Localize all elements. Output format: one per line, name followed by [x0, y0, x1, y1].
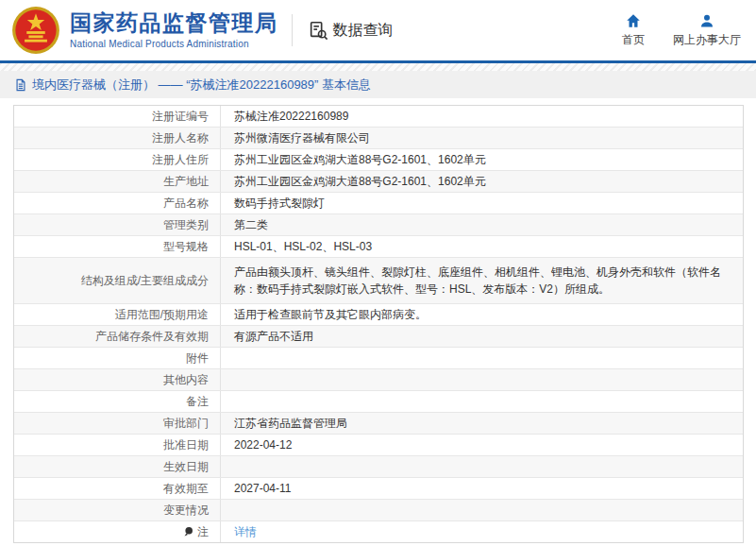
table-row: 适用范围/预期用途 适用于检查眼前节及其它眼内部病变。	[14, 304, 743, 326]
field-value: 第二类	[221, 214, 743, 235]
nav-item-home[interactable]: 首页	[622, 12, 645, 48]
note-label: 注	[197, 524, 209, 539]
site-logo[interactable]: 国家药品监督管理局 National Medical Products Admi…	[70, 11, 278, 48]
field-label: 其他内容	[14, 369, 221, 390]
field-label: 变更情况	[14, 500, 221, 520]
field-label: 注册证编号	[14, 106, 221, 127]
field-value: 苏州微清医疗器械有限公司	[221, 128, 743, 148]
table-row: 审批部门 江苏省药品监督管理局	[14, 413, 743, 435]
site-header: 国家药品监督管理局 National Medical Products Admi…	[0, 0, 756, 63]
table-row: 注册证编号 苏械注准20222160989	[14, 106, 743, 128]
nav-item-service-hall[interactable]: 网上办事大厅	[673, 12, 741, 48]
table-row: 有效期至 2027-04-11	[14, 478, 743, 500]
site-title: 国家药品监督管理局	[70, 11, 278, 35]
field-label: 型号规格	[14, 236, 221, 257]
home-icon	[625, 12, 642, 29]
field-value: HSL-01、HSL-02、HSL-03	[221, 236, 743, 257]
registration-info-table: 注册证编号 苏械注准20222160989 注册人名称 苏州微清医疗器械有限公司…	[13, 105, 744, 543]
field-label: 注	[14, 521, 221, 542]
document-search-icon	[308, 20, 328, 41]
table-row: 管理类别 第二类	[14, 214, 743, 236]
table-row: 型号规格 HSL-01、HSL-02、HSL-03	[14, 236, 743, 258]
table-row: 产品名称 数码手持式裂隙灯	[14, 193, 743, 214]
table-row: 变更情况	[14, 500, 743, 521]
field-value	[221, 500, 743, 520]
field-value: 2027-04-11	[221, 478, 743, 499]
page-title: 境内医疗器械（注册） —— “苏械注准20222160989” 基本信息	[32, 77, 371, 94]
field-label: 产品名称	[14, 193, 221, 213]
field-label: 备注	[14, 391, 221, 412]
field-label: 适用范围/预期用途	[14, 304, 221, 325]
header-nav: 首页 网上办事大厅	[622, 12, 741, 48]
note-icon	[183, 526, 194, 537]
field-label: 批准日期	[14, 435, 221, 455]
field-value	[221, 369, 743, 390]
data-query-nav[interactable]: 数据查询	[308, 20, 394, 41]
breadcrumb: 境内医疗器械（注册） —— “苏械注准20222160989” 基本信息	[0, 71, 756, 98]
field-value: 江苏省药品监督管理局	[221, 413, 743, 434]
data-query-label: 数据查询	[333, 21, 394, 41]
field-value: 苏械注准20222160989	[221, 106, 743, 127]
field-value: 苏州工业园区金鸡湖大道88号G2-1601、1602单元	[221, 171, 743, 192]
national-emblem-icon	[11, 6, 60, 55]
site-subtitle: National Medical Products Administration	[70, 39, 278, 49]
field-label: 生产地址	[14, 171, 221, 192]
header-divider	[292, 14, 293, 46]
table-row: 注册人名称 苏州微清医疗器械有限公司	[14, 128, 743, 149]
field-label: 注册人住所	[14, 149, 221, 170]
table-row: 注 详情	[14, 521, 743, 542]
table-row: 生效日期	[14, 456, 743, 478]
decorative-hatch-strip	[0, 63, 756, 71]
user-icon	[698, 12, 715, 29]
nav-service-hall-label: 网上办事大厅	[673, 32, 741, 48]
table-row: 产品储存条件及有效期 有源产品不适用	[14, 326, 743, 348]
field-value: 2022-04-12	[221, 435, 743, 455]
field-label: 产品储存条件及有效期	[14, 326, 221, 347]
field-label: 附件	[14, 348, 221, 368]
table-row: 结构及组成/主要组成成分 产品由额头顶杆、镜头组件、裂隙灯柱、底座组件、相机组件…	[14, 258, 743, 304]
table-row: 注册人住所 苏州工业园区金鸡湖大道88号G2-1601、1602单元	[14, 149, 743, 171]
table-row: 批准日期 2022-04-12	[14, 435, 743, 456]
field-value: 产品由额头顶杆、镜头组件、裂隙灯柱、底座组件、相机组件、锂电池、机身外壳和软件（…	[221, 258, 743, 303]
field-value: 适用于检查眼前节及其它眼内部病变。	[221, 304, 743, 325]
table-row: 生产地址 苏州工业园区金鸡湖大道88号G2-1601、1602单元	[14, 171, 743, 193]
field-value: 有源产品不适用	[221, 326, 743, 347]
field-value: 苏州工业园区金鸡湖大道88号G2-1601、1602单元	[221, 149, 743, 170]
page-icon	[14, 78, 27, 92]
field-label: 注册人名称	[14, 128, 221, 148]
field-label: 审批部门	[14, 413, 221, 434]
field-label: 生效日期	[14, 456, 221, 477]
field-value	[221, 348, 743, 368]
table-row: 附件	[14, 348, 743, 369]
field-label: 有效期至	[14, 478, 221, 499]
table-row: 备注	[14, 391, 743, 413]
field-label: 管理类别	[14, 214, 221, 235]
field-label: 结构及组成/主要组成成分	[14, 258, 221, 303]
field-value: 数码手持式裂隙灯	[221, 193, 743, 213]
field-value: 详情	[221, 521, 743, 542]
details-link[interactable]: 详情	[234, 524, 257, 539]
table-row: 其他内容	[14, 369, 743, 391]
nav-home-label: 首页	[622, 32, 645, 48]
field-value	[221, 456, 743, 477]
field-value	[221, 391, 743, 412]
